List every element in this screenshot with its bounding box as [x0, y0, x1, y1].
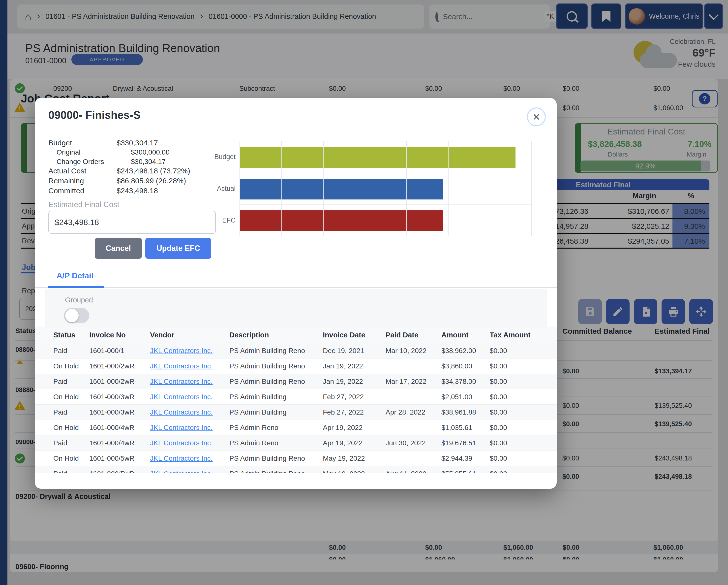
invoice-status: Paid	[53, 439, 89, 447]
vendor-cell: JKL Contractors Inc.	[150, 393, 229, 401]
vendor-cell: JKL Contractors Inc.	[150, 408, 229, 416]
chart-plot	[239, 141, 532, 236]
ap-table-row[interactable]: On Hold 1601-000/5wR JKL Contractors Inc…	[35, 451, 557, 466]
invoice-amount: $34,378.00	[441, 378, 490, 385]
invoice-tax-amount: $0.00	[490, 393, 543, 401]
invoice-amount: $55,055.61	[441, 470, 490, 474]
invoice-date: Jan 19, 2022	[323, 362, 386, 370]
invoice-date: Jan 19, 2022	[323, 378, 386, 385]
invoice-status: On Hold	[53, 393, 89, 401]
invoice-date: Apr 19, 2022	[323, 424, 386, 432]
invoice-description: PS Admin Reno	[229, 439, 323, 447]
col-invoice-no[interactable]: Invoice No	[89, 331, 150, 339]
original-label: Original	[56, 148, 131, 156]
vendor-link[interactable]: JKL Contractors Inc.	[150, 378, 213, 385]
tab-divider	[35, 287, 557, 288]
ap-table-row[interactable]: Paid 1601-000/5wR JKL Contractors Inc. P…	[35, 466, 557, 473]
vendor-cell: JKL Contractors Inc.	[150, 378, 229, 385]
invoice-no: 1601-000/3wR	[89, 408, 150, 416]
ap-table-body: Paid 1601-000/1 JKL Contractors Inc. PS …	[35, 343, 557, 473]
vendor-link[interactable]: JKL Contractors Inc.	[150, 393, 213, 401]
invoice-status: On Hold	[53, 424, 89, 432]
invoice-amount: $38,962.00	[441, 347, 490, 355]
vendor-cell: JKL Contractors Inc.	[150, 362, 229, 370]
col-amount[interactable]: Amount	[441, 331, 490, 339]
vendor-link[interactable]: JKL Contractors Inc.	[150, 362, 213, 370]
ap-table-row[interactable]: On Hold 1601-000/4wR JKL Contractors Inc…	[35, 420, 557, 435]
ap-table-row[interactable]: On Hold 1601-000/3wR JKL Contractors Inc…	[35, 389, 557, 405]
remaining-label: Remaining	[48, 177, 116, 185]
invoice-status: Paid	[53, 470, 89, 474]
vendor-cell: JKL Contractors Inc.	[150, 455, 229, 462]
efc-input[interactable]	[48, 211, 216, 234]
invoice-description: PS Admin Building	[229, 393, 323, 401]
invoice-tax-amount: $0.00	[490, 439, 543, 447]
col-paid-date[interactable]: Paid Date	[386, 331, 441, 339]
ap-table-row[interactable]: On Hold 1601-000/2wR JKL Contractors Inc…	[35, 358, 557, 374]
invoice-no: 1601-000/4wR	[89, 439, 150, 447]
ap-table-row[interactable]: Paid 1601-000/1 JKL Contractors Inc. PS …	[35, 343, 557, 358]
vendor-link[interactable]: JKL Contractors Inc.	[150, 347, 213, 355]
vendor-link[interactable]: JKL Contractors Inc.	[150, 408, 213, 416]
invoice-description: PS Admin Building Reno	[229, 455, 323, 462]
invoice-status: Paid	[53, 347, 89, 355]
col-description[interactable]: Description	[229, 331, 323, 339]
invoice-amount: $2,051.00	[441, 393, 490, 401]
invoice-no: 1601-000/1	[89, 347, 150, 355]
invoice-amount: $3,860.00	[441, 362, 490, 370]
efc-input-label: Estimated Final Cost	[48, 200, 119, 209]
vendor-cell: JKL Contractors Inc.	[150, 439, 229, 447]
invoice-date: Dec 19, 2021	[323, 347, 386, 355]
ap-table-row[interactable]: Paid 1601-000/3wR JKL Contractors Inc. P…	[35, 405, 557, 420]
invoice-no: 1601-000/2wR	[89, 362, 150, 370]
grouped-label: Grouped	[65, 296, 93, 304]
vendor-link[interactable]: JKL Contractors Inc.	[150, 470, 213, 474]
invoice-description: PS Admin Building	[229, 408, 323, 416]
cancel-button[interactable]: Cancel	[95, 238, 142, 259]
tab-active-underline	[48, 286, 104, 288]
invoice-date: Feb 27, 2022	[323, 408, 386, 416]
chart-category-label: Actual	[206, 185, 236, 193]
invoice-date: Apr 19, 2022	[323, 439, 386, 447]
chart-x-axis	[239, 239, 532, 249]
tab-ap-detail[interactable]: A/P Detail	[56, 271, 94, 280]
ap-table-row[interactable]: Paid 1601-000/4wR JKL Contractors Inc. P…	[35, 435, 557, 451]
invoice-tax-amount: $0.00	[490, 455, 543, 462]
col-invoice-date[interactable]: Invoice Date	[323, 331, 386, 339]
chart-bar	[240, 179, 443, 200]
col-status[interactable]: Status	[53, 331, 89, 339]
col-tax-amount[interactable]: Tax Amount	[490, 331, 543, 339]
chart-bar	[240, 210, 443, 231]
vendor-link[interactable]: JKL Contractors Inc.	[150, 455, 213, 462]
vendor-link[interactable]: JKL Contractors Inc.	[150, 424, 213, 431]
vendor-link[interactable]: JKL Contractors Inc.	[150, 439, 213, 447]
invoice-tax-amount: $0.00	[490, 470, 543, 474]
grouped-toggle[interactable]	[64, 308, 89, 323]
invoice-no: 1601-000/5wR	[89, 455, 150, 462]
chart-band	[240, 205, 531, 237]
vendor-cell: JKL Contractors Inc.	[150, 424, 229, 432]
invoice-description: PS Admin Building Reno	[229, 347, 323, 355]
invoice-date: May 19, 2022	[323, 470, 386, 474]
close-button[interactable]: ×	[527, 107, 546, 126]
ap-table-row[interactable]: Paid 1601-000/2wR JKL Contractors Inc. P…	[35, 374, 557, 389]
invoice-date: Feb 27, 2022	[323, 393, 386, 401]
remaining-value: $86,805.99 (26.28%)	[116, 177, 186, 185]
invoice-amount: $2,944.39	[441, 455, 490, 462]
committed-value: $243,498.18	[116, 186, 158, 195]
invoice-tax-amount: $0.00	[490, 424, 543, 432]
invoice-amount: $19,676.51	[441, 439, 490, 447]
cost-code-detail-modal: 09000- Finishes-S × Budget $330,304.17 O…	[35, 98, 557, 489]
toggle-knob	[65, 309, 79, 322]
paid-date: Aug 11, 2022	[386, 470, 441, 474]
update-efc-button[interactable]: Update EFC	[145, 238, 211, 259]
change-orders-label: Change Orders	[56, 158, 131, 166]
app-screen: ⌂ › 01601 - PS Administration Building R…	[0, 0, 728, 585]
info-row-original: Original $300,000.00	[56, 148, 170, 157]
vendor-cell: JKL Contractors Inc.	[150, 470, 229, 474]
info-row-budget: Budget $330,304.17	[48, 138, 158, 148]
invoice-amount: $38,961.88	[441, 408, 490, 416]
invoice-description: PS Admin Building Reno	[229, 470, 323, 474]
actual-cost-value: $243,498.18 (73.72%)	[116, 167, 190, 175]
col-vendor[interactable]: Vendor	[150, 331, 229, 339]
